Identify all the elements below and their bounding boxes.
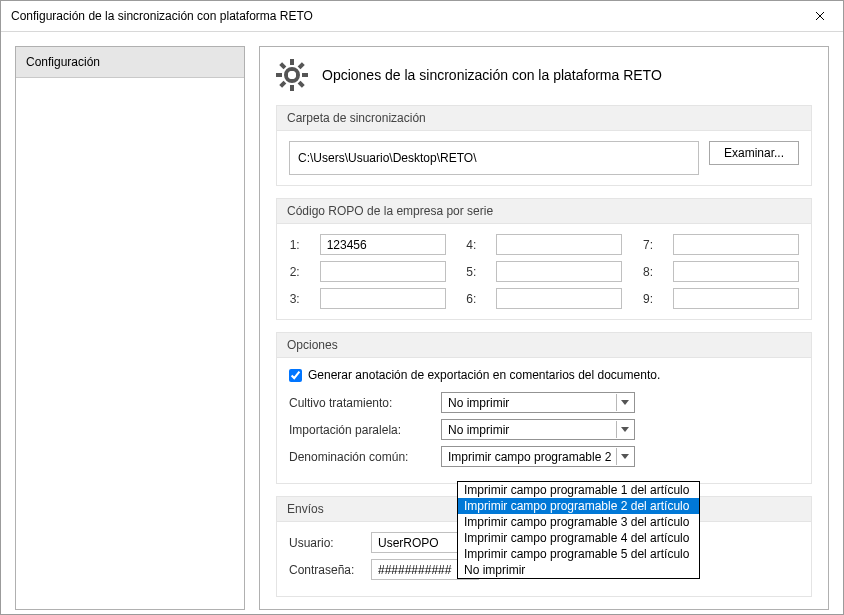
option-denom-combo[interactable]: Imprimir campo programable 2: [441, 446, 635, 467]
ropo-label-5: 5:: [466, 265, 476, 279]
section-options-title: Opciones: [277, 333, 811, 358]
section-options: Opciones Generar anotación de exportació…: [276, 332, 812, 484]
ropo-label-4: 4:: [466, 238, 476, 252]
chevron-down-icon: [616, 421, 632, 438]
option-cultivo-combo[interactable]: No imprimir: [441, 392, 635, 413]
ropo-input-7[interactable]: [673, 234, 799, 255]
gear-icon: [276, 59, 308, 91]
section-ropo: Código ROPO de la empresa por serie 1: 4…: [276, 198, 812, 320]
section-folder-title: Carpeta de sincronización: [277, 106, 811, 131]
page-title: Opciones de la sincronización con la pla…: [322, 67, 662, 83]
option-import-value: No imprimir: [448, 423, 509, 437]
denom-dropdown-list[interactable]: Imprimir campo programable 1 del artícul…: [457, 481, 700, 579]
option-cultivo-value: No imprimir: [448, 396, 509, 410]
ropo-input-9[interactable]: [673, 288, 799, 309]
ropo-input-2[interactable]: [320, 261, 446, 282]
dropdown-option[interactable]: Imprimir campo programable 4 del artícul…: [458, 530, 699, 546]
titlebar: Configuración de la sincronización con p…: [1, 1, 843, 32]
svg-point-9: [288, 71, 296, 79]
window-title: Configuración de la sincronización con p…: [11, 9, 313, 23]
chevron-down-icon: [616, 394, 632, 411]
option-import-combo[interactable]: No imprimir: [441, 419, 635, 440]
ropo-input-1[interactable]: [320, 234, 446, 255]
dropdown-option[interactable]: No imprimir: [458, 562, 699, 578]
svg-rect-5: [298, 62, 305, 69]
ropo-label-1: 1:: [290, 238, 300, 252]
dropdown-option[interactable]: Imprimir campo programable 1 del artícul…: [458, 482, 699, 498]
ropo-input-4[interactable]: [496, 234, 622, 255]
sidebar-item-label: Configuración: [26, 55, 100, 69]
footer: Aceptar Cancelar: [1, 610, 843, 615]
sync-folder-input[interactable]: [289, 141, 699, 175]
client-area: Configuración: [1, 32, 843, 615]
option-import-label: Importación paralela:: [289, 423, 441, 437]
ropo-input-5[interactable]: [496, 261, 622, 282]
svg-rect-2: [290, 85, 294, 91]
ropo-label-3: 3:: [290, 292, 300, 306]
dropdown-option[interactable]: Imprimir campo programable 5 del artícul…: [458, 546, 699, 562]
section-folder: Carpeta de sincronización Examinar...: [276, 105, 812, 186]
ropo-input-6[interactable]: [496, 288, 622, 309]
svg-rect-4: [302, 73, 308, 77]
option-cultivo-label: Cultivo tratamiento:: [289, 396, 441, 410]
svg-rect-7: [279, 62, 286, 69]
ropo-label-9: 9:: [643, 292, 653, 306]
window: Configuración de la sincronización con p…: [0, 0, 844, 615]
ropo-label-8: 8:: [643, 265, 653, 279]
close-icon: [815, 11, 825, 21]
sidebar-item-configuracion[interactable]: Configuración: [16, 47, 244, 78]
sidebar: Configuración: [15, 46, 245, 610]
svg-rect-3: [276, 73, 282, 77]
user-label: Usuario:: [289, 536, 371, 550]
browse-button[interactable]: Examinar...: [709, 141, 799, 165]
option-denom-value: Imprimir campo programable 2: [448, 450, 611, 464]
svg-rect-1: [290, 59, 294, 65]
section-ropo-title: Código ROPO de la empresa por serie: [277, 199, 811, 224]
dropdown-option[interactable]: Imprimir campo programable 3 del artícul…: [458, 514, 699, 530]
ropo-input-8[interactable]: [673, 261, 799, 282]
ropo-label-6: 6:: [466, 292, 476, 306]
svg-rect-6: [279, 81, 286, 88]
export-annotation-checkbox[interactable]: [289, 369, 302, 382]
ropo-input-3[interactable]: [320, 288, 446, 309]
ropo-label-2: 2:: [290, 265, 300, 279]
password-label: Contraseña:: [289, 563, 371, 577]
svg-rect-8: [298, 81, 305, 88]
ropo-label-7: 7:: [643, 238, 653, 252]
export-annotation-label: Generar anotación de exportación en come…: [308, 368, 660, 382]
option-denom-label: Denominación común:: [289, 450, 441, 464]
close-button[interactable]: [797, 1, 843, 31]
chevron-down-icon: [616, 448, 632, 465]
dropdown-option[interactable]: Imprimir campo programable 2 del artícul…: [458, 498, 699, 514]
